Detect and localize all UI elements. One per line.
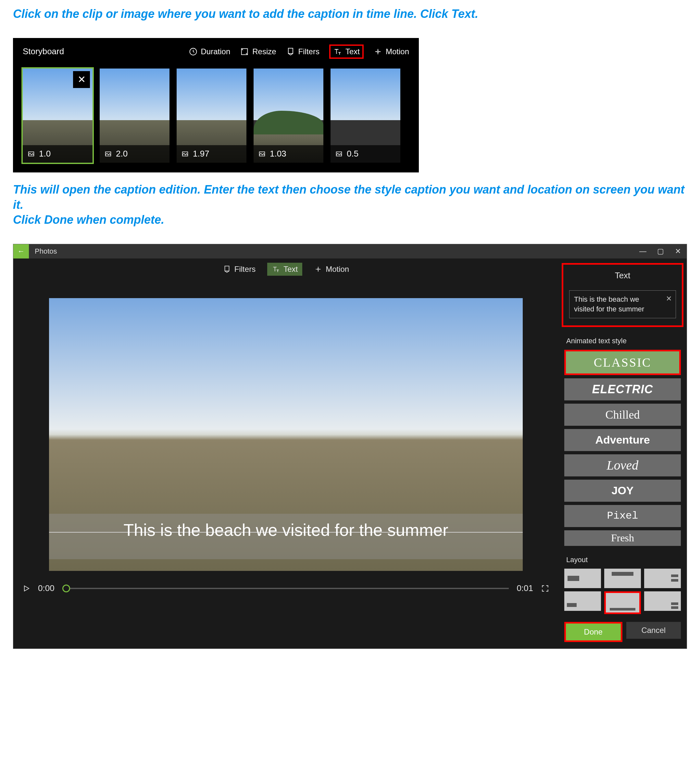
- text-panel: Text This is the beach we visited for th…: [562, 263, 684, 327]
- caption-input[interactable]: This is the beach we visited for the sum…: [569, 290, 676, 318]
- clip-thumbnail[interactable]: ✕ 1.0: [23, 69, 93, 163]
- image-icon: [334, 150, 344, 158]
- instruction-text-2: This will open the caption edition. Ente…: [13, 182, 687, 228]
- filters-tool-label: Filters: [234, 265, 255, 274]
- close-window-button[interactable]: ✕: [669, 247, 687, 256]
- video-preview: This is the beach we visited for the sum…: [49, 298, 523, 571]
- close-icon: ✕: [78, 74, 86, 85]
- style-option-electric[interactable]: ELECTRIC: [564, 378, 681, 401]
- storyboard-thumbs: ✕ 1.0 2.0 1.97: [23, 69, 409, 163]
- play-icon[interactable]: [22, 584, 30, 592]
- text-panel-title: Text: [569, 270, 676, 286]
- clip-thumbnail[interactable]: 2.0: [100, 69, 170, 163]
- style-option-joy[interactable]: JOY: [564, 479, 681, 502]
- filters-button[interactable]: Filters: [286, 47, 319, 56]
- seek-slider[interactable]: [63, 588, 509, 589]
- resize-button[interactable]: Resize: [240, 47, 276, 56]
- app-title: Photos: [35, 247, 57, 256]
- motion-icon: [314, 265, 323, 273]
- clock-icon: [189, 47, 198, 56]
- maximize-icon: ▢: [657, 247, 664, 255]
- text-tool[interactable]: Text: [267, 263, 302, 276]
- seek-knob[interactable]: [63, 584, 70, 592]
- storyboard-title: Storyboard: [23, 47, 64, 56]
- remove-clip-button[interactable]: ✕: [73, 71, 90, 88]
- svg-point-10: [318, 269, 319, 270]
- duration-button[interactable]: Duration: [189, 47, 231, 56]
- svg-rect-2: [288, 48, 293, 53]
- clip-duration: 1.97: [193, 149, 209, 159]
- style-option-chilled[interactable]: Chilled: [564, 404, 681, 426]
- layout-option-bottom-left[interactable]: [564, 591, 601, 611]
- clip-duration: 0.5: [347, 149, 358, 159]
- layout-option-right-middle[interactable]: [644, 569, 681, 588]
- text-icon: [333, 47, 342, 56]
- caption-overlay: This is the beach we visited for the sum…: [49, 514, 523, 559]
- image-icon: [257, 150, 267, 158]
- layout-option-bottom-center[interactable]: [606, 593, 639, 613]
- duration-label: Duration: [201, 47, 231, 56]
- text-icon: [272, 265, 280, 273]
- storyboard-panel: Storyboard Duration Resize Filters Text …: [13, 38, 419, 172]
- layout-option-left-middle[interactable]: [564, 569, 601, 588]
- text-button-label: Text: [345, 47, 360, 56]
- filters-icon: [286, 47, 295, 56]
- layout-option-bottom-right[interactable]: [644, 591, 681, 611]
- arrow-left-icon: ←: [18, 247, 25, 256]
- resize-label: Resize: [252, 47, 276, 56]
- style-option-classic[interactable]: CLASSIC: [566, 351, 679, 373]
- style-list: CLASSIC ELECTRIC Chilled Adventure Loved…: [559, 350, 687, 546]
- style-option-loved[interactable]: Loved: [564, 454, 681, 476]
- style-option-pixel[interactable]: Pixel: [564, 505, 681, 527]
- filters-tool[interactable]: Filters: [223, 265, 255, 274]
- time-start: 0:00: [38, 583, 55, 593]
- editor-toolbar: Filters Text Motion: [13, 259, 559, 280]
- svg-rect-9: [225, 266, 229, 271]
- minimize-button[interactable]: —: [634, 247, 652, 256]
- style-option-adventure[interactable]: Adventure: [564, 429, 681, 451]
- filters-label: Filters: [299, 47, 319, 56]
- clear-text-button[interactable]: ✕: [666, 294, 672, 304]
- photos-editor-panel: ← Photos — ▢ ✕ Filters Text Mot: [13, 244, 687, 648]
- svg-point-3: [377, 51, 379, 52]
- playback-bar: 0:00 0:01: [13, 571, 559, 593]
- style-section-label: Animated text style: [566, 337, 680, 345]
- resize-icon: [240, 47, 249, 56]
- text-tool-label: Text: [283, 265, 298, 274]
- layout-grid: [559, 569, 687, 614]
- motion-label: Motion: [386, 47, 409, 56]
- back-button[interactable]: ←: [13, 244, 29, 259]
- image-icon: [27, 150, 36, 158]
- clip-thumbnail[interactable]: 1.97: [177, 69, 246, 163]
- clip-duration: 1.03: [270, 149, 286, 159]
- fullscreen-icon[interactable]: [541, 584, 549, 593]
- done-button[interactable]: Done: [566, 624, 621, 640]
- style-option-fresh[interactable]: Fresh: [564, 530, 681, 546]
- text-sidebar: Text This is the beach we visited for th…: [559, 259, 687, 648]
- window-titlebar: ← Photos — ▢ ✕: [13, 244, 687, 259]
- layout-option-top-center[interactable]: [604, 569, 641, 588]
- motion-icon: [373, 47, 382, 56]
- image-icon: [180, 150, 189, 158]
- clip-duration: 2.0: [116, 149, 128, 159]
- clip-thumbnail[interactable]: 1.03: [254, 69, 323, 163]
- motion-button[interactable]: Motion: [373, 47, 409, 56]
- layout-section-label: Layout: [566, 556, 680, 564]
- cancel-button[interactable]: Cancel: [626, 622, 681, 639]
- instruction-text-1: Click on the clip or image where you wan…: [13, 6, 687, 22]
- close-icon: ✕: [675, 247, 681, 255]
- time-end: 0:01: [517, 583, 533, 593]
- filters-icon: [223, 265, 231, 273]
- clip-thumbnail[interactable]: 0.5: [331, 69, 400, 163]
- caption-input-value: This is the beach we visited for the sum…: [574, 295, 644, 313]
- motion-tool-label: Motion: [326, 265, 349, 274]
- text-button[interactable]: Text: [329, 45, 364, 59]
- clip-duration: 1.0: [39, 149, 51, 159]
- motion-tool[interactable]: Motion: [314, 265, 349, 274]
- image-icon: [104, 150, 112, 158]
- maximize-button[interactable]: ▢: [652, 247, 669, 256]
- minimize-icon: —: [639, 247, 646, 255]
